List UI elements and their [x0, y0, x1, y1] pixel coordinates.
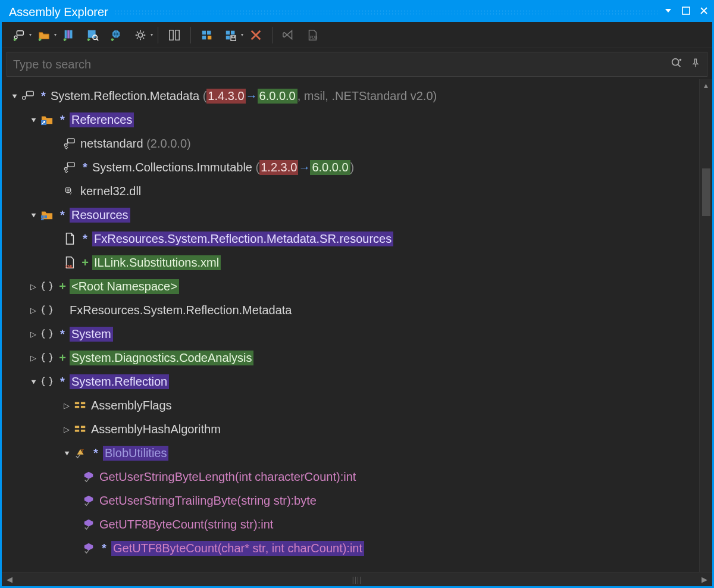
scroll-up-icon[interactable]: ▲	[700, 79, 712, 92]
resource-illink[interactable]: XML + ILLink.Substitutions.xml	[2, 251, 699, 274]
titlebar-grip[interactable]	[114, 10, 657, 14]
svg-rect-15	[226, 30, 230, 34]
svg-rect-35	[75, 402, 79, 405]
svg-rect-14	[202, 35, 206, 39]
assembly-new-version: 6.0.0.0	[258, 89, 298, 104]
method-icon	[80, 542, 97, 554]
references-node[interactable]: * References	[2, 108, 699, 132]
close-icon[interactable]	[699, 5, 709, 18]
ns-root[interactable]: + <Root Namespace>	[2, 274, 699, 298]
svg-rect-16	[231, 30, 234, 34]
type-assemblyhash[interactable]: AssemblyHashAlgorithm	[2, 417, 699, 441]
search-input[interactable]	[7, 54, 664, 75]
method-m2[interactable]: GetUserStringTrailingByte(string str):by…	[2, 489, 699, 512]
ref-version: (2.0.0.0)	[146, 137, 190, 151]
dropdown-icon[interactable]	[663, 5, 673, 18]
ns-label: System	[70, 327, 113, 342]
svg-point-27	[64, 167, 67, 170]
svg-rect-33	[41, 218, 44, 220]
vertical-scrollbar[interactable]: ▲	[699, 79, 712, 572]
search-bar	[7, 52, 707, 77]
ns-diag[interactable]: + System.Diagnostics.CodeAnalysis	[2, 346, 699, 370]
grid-folder-button[interactable]	[196, 25, 218, 45]
svg-rect-3	[65, 30, 67, 38]
ref-name: netstandard	[80, 137, 143, 151]
add-globe-button[interactable]	[105, 25, 128, 45]
maximize-icon[interactable]	[681, 5, 691, 18]
add-reference-button[interactable]	[8, 25, 30, 45]
svg-point-20	[679, 58, 682, 61]
layout-button[interactable]	[163, 25, 186, 45]
assembly-tree[interactable]: * System.Reflection.Metadata ( 1.4.3.0 →…	[2, 79, 699, 572]
svg-point-9	[138, 33, 142, 37]
svg-point-22	[23, 96, 26, 99]
method-label: GetUserStringByteLength(int characterCou…	[99, 470, 356, 484]
reference-icon	[61, 161, 78, 173]
folder-resources-icon	[39, 209, 55, 221]
delete-button[interactable]	[245, 25, 267, 45]
reference-immutable[interactable]: * System.Collections.Immutable ( 1.2.3.0…	[2, 155, 699, 179]
ns-system[interactable]: * System	[2, 322, 699, 346]
scroll-left-icon[interactable]: ◀	[2, 575, 17, 584]
svg-rect-5	[70, 30, 73, 38]
resources-node[interactable]: * Resources	[2, 203, 699, 227]
svg-rect-10	[170, 30, 173, 40]
scroll-grip-icon[interactable]: ||||	[17, 576, 697, 584]
type-blobutilities[interactable]: T * BlobUtilities	[2, 441, 699, 465]
svg-rect-39	[75, 426, 79, 429]
pdb-button[interactable]: PDB	[301, 25, 324, 45]
settings-button[interactable]	[129, 25, 152, 45]
method-icon	[80, 495, 97, 506]
method-icon	[80, 471, 97, 483]
svg-rect-0	[682, 7, 690, 14]
method-label: GetUTF8ByteCount(char* str, int charCoun…	[111, 541, 364, 556]
vs-button[interactable]	[277, 25, 300, 45]
svg-text:XML: XML	[65, 264, 74, 268]
window-title: Assembly Explorer	[5, 5, 108, 19]
svg-text:?: ?	[69, 191, 72, 196]
save-grid-button[interactable]	[220, 25, 242, 45]
svg-rect-41	[81, 426, 85, 429]
method-m1[interactable]: GetUserStringByteLength(int characterCou…	[2, 465, 699, 489]
ref-old-version: 1.2.3.0	[259, 160, 298, 175]
add-folder-button[interactable]	[33, 25, 55, 45]
svg-rect-11	[176, 30, 179, 40]
enum-icon	[72, 400, 89, 411]
reference-netstandard[interactable]: netstandard (2.0.0.0)	[2, 132, 699, 155]
references-label: References	[70, 112, 134, 127]
namespace-icon	[39, 280, 55, 292]
svg-rect-13	[207, 30, 211, 34]
scroll-thumb[interactable]	[702, 168, 710, 216]
reference-kernel32[interactable]: ? kernel32.dll	[2, 179, 699, 203]
svg-rect-32	[44, 215, 47, 218]
class-icon: T	[72, 447, 89, 459]
svg-text:T: T	[81, 449, 84, 454]
xml-file-icon: XML	[61, 256, 78, 269]
ref-name: kernel32.dll	[80, 184, 141, 198]
svg-rect-12	[202, 30, 206, 34]
pin-icon[interactable]	[690, 57, 701, 73]
type-assemblyflags[interactable]: AssemblyFlags	[2, 393, 699, 417]
add-assemblies-button[interactable]	[58, 25, 80, 45]
assembly-node[interactable]: * System.Reflection.Metadata ( 1.4.3.0 →…	[2, 84, 699, 108]
svg-rect-4	[67, 30, 70, 38]
add-search-button[interactable]	[82, 25, 104, 45]
enum-icon	[72, 424, 89, 434]
search-options-icon[interactable]	[670, 57, 683, 73]
method-m4[interactable]: * GetUTF8ByteCount(char* str, int charCo…	[2, 536, 699, 560]
assembly-old-version: 1.4.3.0	[206, 89, 245, 104]
resource-sr[interactable]: * FxResources.System.Reflection.Metadata…	[2, 227, 699, 251]
method-m3[interactable]: GetUTF8ByteCount(string str):int	[2, 512, 699, 536]
ns-fx[interactable]: * FxResources.System.Reflection.Metadata	[2, 298, 699, 322]
svg-rect-17	[226, 35, 230, 39]
type-label: AssemblyFlags	[91, 399, 172, 412]
assembly-explorer-window: Assembly Explorer ▾ ▾	[0, 0, 714, 588]
type-label: BlobUtilities	[103, 446, 168, 461]
scroll-right-icon[interactable]: ▶	[697, 575, 712, 584]
resource-label: FxResources.System.Reflection.Metadata.S…	[92, 232, 393, 246]
ns-reflection[interactable]: * System.Reflection	[2, 370, 699, 393]
horizontal-scrollbar[interactable]: ◀ |||| ▶	[2, 572, 712, 586]
file-icon	[61, 232, 78, 245]
ns-label: <Root Namespace>	[70, 279, 179, 294]
svg-rect-42	[81, 430, 85, 432]
